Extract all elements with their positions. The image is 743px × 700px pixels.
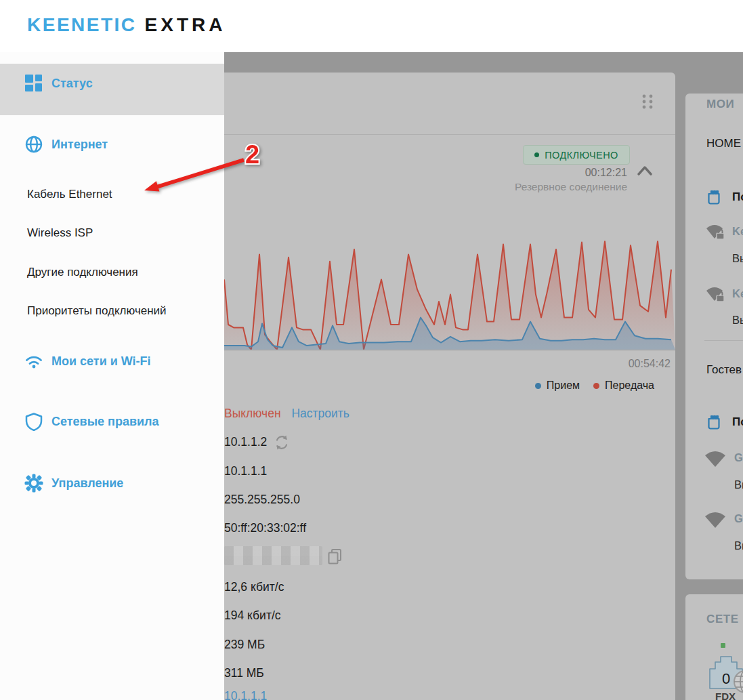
my-networks-card (685, 94, 743, 579)
wifi-icon-solid (704, 510, 727, 529)
sidebar-item-wireless-isp[interactable]: Wireless ISP (0, 223, 224, 243)
legend-item-rx: Прием (535, 379, 580, 392)
app-header: KEENETICEXTRA (0, 0, 743, 52)
renew-ip-icon[interactable] (273, 434, 291, 451)
ipv6-row: Выключен Настроить (224, 407, 349, 421)
censored-value (224, 546, 322, 565)
my-networks-title: МОИ (706, 98, 734, 111)
sidebar-item-ethernet-cable[interactable]: Кабель Ethernet (0, 184, 224, 205)
rx-rate-value: 12,6 кбит/с (224, 580, 284, 594)
collapse-chevron-up-icon[interactable] (637, 165, 653, 177)
sidebar-item-label: Приоритеты подключений (27, 304, 167, 318)
gear-icon (24, 474, 43, 493)
ipv6-status-value: Выключен (224, 407, 281, 420)
guest-network-name: Гостев (706, 363, 742, 377)
legend-label-tx: Передача (605, 379, 654, 392)
port-link-status-dot (721, 643, 725, 648)
legend-dot-rx-icon (535, 383, 541, 389)
sidebar-item-label: Интернет (51, 138, 108, 152)
ipv6-configure-link[interactable]: Настроить (291, 407, 349, 420)
home-network-name: HOME (706, 137, 741, 150)
shield-icon (24, 412, 43, 431)
sidebar-item-management[interactable]: Управление (0, 473, 224, 493)
guest-wifi-status-1: Вы (734, 478, 743, 491)
dns-server-link[interactable]: 10.1.1.1 (224, 689, 267, 700)
sidebar-item-label: Wireless ISP (27, 226, 93, 240)
chart-legend: Прием Передача (474, 379, 654, 392)
ip-address-value: 10.1.1.2 (224, 435, 267, 449)
status-badge: ПОДКЛЮЧЕНО (523, 145, 630, 165)
ports-card-title: СЕТЕ (706, 613, 739, 626)
status-dot-icon (534, 152, 539, 157)
home-ports-label[interactable]: По (732, 190, 743, 204)
globe-button-icon[interactable] (730, 667, 743, 698)
subnet-mask-value: 255.255.255.0 (224, 493, 300, 507)
router-admin-page: ПОДКЛЮЧЕНО 00:12:21 Резервное соединение… (0, 0, 743, 700)
home-wifi-ssid-2[interactable]: Ke (732, 287, 743, 300)
networks-divider (704, 340, 743, 341)
sidebar-item-label: Другие подключения (27, 266, 138, 279)
guest-wifi-ssid-2[interactable]: Gu (734, 512, 743, 525)
dashboard-icon (24, 74, 43, 93)
guest-wifi-ssid-1[interactable]: Gu (734, 451, 743, 464)
sidebar-item-network-rules[interactable]: Сетевые правила (0, 411, 224, 432)
connection-type-label: Резервное соединение (477, 181, 627, 193)
wifi-icon (24, 352, 43, 371)
sidebar-item-my-networks-wifi[interactable]: Мои сети и Wi-Fi (0, 351, 224, 371)
sidebar-item-label: Статус (51, 77, 93, 91)
ethernet-plug-icon (707, 413, 722, 432)
gateway-value: 10.1.1.1 (224, 464, 267, 478)
mac-address-value: 50:ff:20:33:02:ff (224, 521, 306, 535)
wifi-lock-icon (705, 223, 725, 241)
sidebar-item-other-connections[interactable]: Другие подключения (0, 262, 224, 283)
sidebar-menu: Статус Интернет Кабель Ethernet Wireless… (0, 52, 224, 700)
sidebar-item-connection-priorities[interactable]: Приоритеты подключений (0, 301, 224, 321)
home-wifi-status-1: Вы (732, 252, 743, 265)
tx-rate-value: 194 кбит/с (224, 609, 281, 623)
drag-handle-icon[interactable] (641, 93, 656, 110)
traffic-chart (224, 234, 675, 354)
chart-time-label: 00:54:42 (562, 358, 671, 370)
brand-logo: KEENETICEXTRA (27, 14, 226, 36)
legend-label-rx: Прием (547, 379, 580, 392)
brand-primary: KEENETIC (27, 14, 137, 35)
home-wifi-ssid-1[interactable]: Ke (732, 225, 743, 238)
guest-wifi-status-2: Вы (734, 539, 743, 552)
sidebar-item-label: Управление (51, 476, 123, 491)
received-total-value: 239 МБ (224, 638, 265, 652)
sidebar-item-label: Мои сети и Wi-Fi (51, 354, 151, 369)
transmitted-total-value: 311 МБ (224, 666, 264, 680)
sidebar-item-internet[interactable]: Интернет (0, 134, 224, 155)
sidebar-item-label: Сетевые правила (51, 415, 159, 429)
globe-icon (24, 135, 43, 154)
status-badge-label: ПОДКЛЮЧЕНО (545, 150, 618, 161)
wifi-lock-icon (705, 285, 725, 303)
uptime-value: 00:12:21 (542, 167, 627, 179)
guest-ports-label[interactable]: По (732, 415, 743, 429)
legend-item-tx: Передача (593, 379, 654, 392)
home-wifi-status-2: Вы (732, 314, 743, 327)
brand-secondary: EXTRA (145, 14, 226, 35)
ethernet-plug-icon (707, 188, 722, 207)
wifi-icon-solid (704, 449, 727, 468)
copy-icon[interactable] (326, 548, 343, 565)
legend-dot-tx-icon (593, 383, 599, 389)
sidebar-item-status[interactable]: Статус (0, 73, 224, 94)
sidebar-item-label: Кабель Ethernet (27, 188, 112, 201)
port-number: 0 (722, 670, 730, 687)
